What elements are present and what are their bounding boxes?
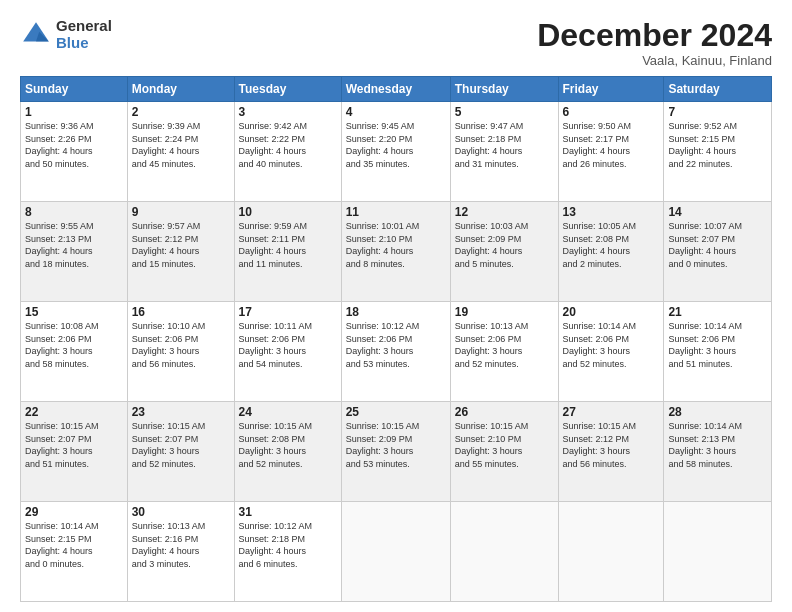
day-detail: Sunrise: 10:15 AMSunset: 2:08 PMDaylight…	[239, 420, 337, 470]
day-number: 10	[239, 205, 337, 219]
day-detail: Sunrise: 10:15 AMSunset: 2:10 PMDaylight…	[455, 420, 554, 470]
day-cell: 21Sunrise: 10:14 AMSunset: 2:06 PMDaylig…	[664, 302, 772, 402]
day-cell	[664, 502, 772, 602]
day-number: 26	[455, 405, 554, 419]
week-row-3: 15Sunrise: 10:08 AMSunset: 2:06 PMDaylig…	[21, 302, 772, 402]
week-row-1: 1Sunrise: 9:36 AMSunset: 2:26 PMDaylight…	[21, 102, 772, 202]
day-cell: 12Sunrise: 10:03 AMSunset: 2:09 PMDaylig…	[450, 202, 558, 302]
col-header-sunday: Sunday	[21, 77, 128, 102]
day-detail: Sunrise: 10:14 AMSunset: 2:06 PMDaylight…	[668, 320, 767, 370]
day-detail: Sunrise: 10:03 AMSunset: 2:09 PMDaylight…	[455, 220, 554, 270]
day-number: 17	[239, 305, 337, 319]
day-cell: 14Sunrise: 10:07 AMSunset: 2:07 PMDaylig…	[664, 202, 772, 302]
day-number: 12	[455, 205, 554, 219]
col-header-wednesday: Wednesday	[341, 77, 450, 102]
day-cell	[450, 502, 558, 602]
day-cell: 29Sunrise: 10:14 AMSunset: 2:15 PMDaylig…	[21, 502, 128, 602]
day-number: 18	[346, 305, 446, 319]
day-number: 1	[25, 105, 123, 119]
calendar-page: General Blue December 2024 Vaala, Kainuu…	[0, 0, 792, 612]
day-cell: 30Sunrise: 10:13 AMSunset: 2:16 PMDaylig…	[127, 502, 234, 602]
day-number: 5	[455, 105, 554, 119]
day-detail: Sunrise: 10:14 AMSunset: 2:13 PMDaylight…	[668, 420, 767, 470]
day-detail: Sunrise: 10:01 AMSunset: 2:10 PMDaylight…	[346, 220, 446, 270]
day-cell: 7Sunrise: 9:52 AMSunset: 2:15 PMDaylight…	[664, 102, 772, 202]
col-header-tuesday: Tuesday	[234, 77, 341, 102]
calendar-header-row: SundayMondayTuesdayWednesdayThursdayFrid…	[21, 77, 772, 102]
month-title: December 2024	[537, 18, 772, 53]
logo-text: General Blue	[56, 18, 112, 51]
day-number: 28	[668, 405, 767, 419]
day-detail: Sunrise: 10:05 AMSunset: 2:08 PMDaylight…	[563, 220, 660, 270]
day-detail: Sunrise: 10:15 AMSunset: 2:09 PMDaylight…	[346, 420, 446, 470]
day-number: 23	[132, 405, 230, 419]
day-detail: Sunrise: 10:14 AMSunset: 2:15 PMDaylight…	[25, 520, 123, 570]
week-row-2: 8Sunrise: 9:55 AMSunset: 2:13 PMDaylight…	[21, 202, 772, 302]
day-cell: 18Sunrise: 10:12 AMSunset: 2:06 PMDaylig…	[341, 302, 450, 402]
day-cell: 2Sunrise: 9:39 AMSunset: 2:24 PMDaylight…	[127, 102, 234, 202]
day-cell: 3Sunrise: 9:42 AMSunset: 2:22 PMDaylight…	[234, 102, 341, 202]
location: Vaala, Kainuu, Finland	[537, 53, 772, 68]
day-cell: 23Sunrise: 10:15 AMSunset: 2:07 PMDaylig…	[127, 402, 234, 502]
day-cell: 16Sunrise: 10:10 AMSunset: 2:06 PMDaylig…	[127, 302, 234, 402]
week-row-5: 29Sunrise: 10:14 AMSunset: 2:15 PMDaylig…	[21, 502, 772, 602]
day-cell: 10Sunrise: 9:59 AMSunset: 2:11 PMDayligh…	[234, 202, 341, 302]
col-header-saturday: Saturday	[664, 77, 772, 102]
day-cell: 6Sunrise: 9:50 AMSunset: 2:17 PMDaylight…	[558, 102, 664, 202]
day-cell: 25Sunrise: 10:15 AMSunset: 2:09 PMDaylig…	[341, 402, 450, 502]
day-number: 8	[25, 205, 123, 219]
day-detail: Sunrise: 10:12 AMSunset: 2:06 PMDaylight…	[346, 320, 446, 370]
day-number: 7	[668, 105, 767, 119]
day-detail: Sunrise: 9:55 AMSunset: 2:13 PMDaylight:…	[25, 220, 123, 270]
day-detail: Sunrise: 9:50 AMSunset: 2:17 PMDaylight:…	[563, 120, 660, 170]
day-cell: 31Sunrise: 10:12 AMSunset: 2:18 PMDaylig…	[234, 502, 341, 602]
header: General Blue December 2024 Vaala, Kainuu…	[20, 18, 772, 68]
calendar-table: SundayMondayTuesdayWednesdayThursdayFrid…	[20, 76, 772, 602]
day-cell: 24Sunrise: 10:15 AMSunset: 2:08 PMDaylig…	[234, 402, 341, 502]
day-cell: 26Sunrise: 10:15 AMSunset: 2:10 PMDaylig…	[450, 402, 558, 502]
day-detail: Sunrise: 9:52 AMSunset: 2:15 PMDaylight:…	[668, 120, 767, 170]
day-number: 3	[239, 105, 337, 119]
day-cell: 13Sunrise: 10:05 AMSunset: 2:08 PMDaylig…	[558, 202, 664, 302]
day-detail: Sunrise: 10:12 AMSunset: 2:18 PMDaylight…	[239, 520, 337, 570]
day-number: 21	[668, 305, 767, 319]
day-number: 31	[239, 505, 337, 519]
day-number: 16	[132, 305, 230, 319]
logo-general: General	[56, 18, 112, 35]
week-row-4: 22Sunrise: 10:15 AMSunset: 2:07 PMDaylig…	[21, 402, 772, 502]
day-detail: Sunrise: 10:11 AMSunset: 2:06 PMDaylight…	[239, 320, 337, 370]
col-header-friday: Friday	[558, 77, 664, 102]
day-cell: 15Sunrise: 10:08 AMSunset: 2:06 PMDaylig…	[21, 302, 128, 402]
logo-blue: Blue	[56, 35, 112, 52]
day-cell: 20Sunrise: 10:14 AMSunset: 2:06 PMDaylig…	[558, 302, 664, 402]
day-number: 19	[455, 305, 554, 319]
title-block: December 2024 Vaala, Kainuu, Finland	[537, 18, 772, 68]
day-number: 30	[132, 505, 230, 519]
day-cell: 8Sunrise: 9:55 AMSunset: 2:13 PMDaylight…	[21, 202, 128, 302]
day-detail: Sunrise: 10:07 AMSunset: 2:07 PMDaylight…	[668, 220, 767, 270]
day-number: 9	[132, 205, 230, 219]
day-number: 2	[132, 105, 230, 119]
day-detail: Sunrise: 9:57 AMSunset: 2:12 PMDaylight:…	[132, 220, 230, 270]
day-cell: 4Sunrise: 9:45 AMSunset: 2:20 PMDaylight…	[341, 102, 450, 202]
day-cell: 5Sunrise: 9:47 AMSunset: 2:18 PMDaylight…	[450, 102, 558, 202]
day-cell: 19Sunrise: 10:13 AMSunset: 2:06 PMDaylig…	[450, 302, 558, 402]
day-number: 11	[346, 205, 446, 219]
day-number: 15	[25, 305, 123, 319]
day-cell: 27Sunrise: 10:15 AMSunset: 2:12 PMDaylig…	[558, 402, 664, 502]
day-detail: Sunrise: 10:14 AMSunset: 2:06 PMDaylight…	[563, 320, 660, 370]
day-cell: 9Sunrise: 9:57 AMSunset: 2:12 PMDaylight…	[127, 202, 234, 302]
day-detail: Sunrise: 10:08 AMSunset: 2:06 PMDaylight…	[25, 320, 123, 370]
day-detail: Sunrise: 10:15 AMSunset: 2:12 PMDaylight…	[563, 420, 660, 470]
day-number: 13	[563, 205, 660, 219]
day-number: 4	[346, 105, 446, 119]
day-number: 25	[346, 405, 446, 419]
day-detail: Sunrise: 9:47 AMSunset: 2:18 PMDaylight:…	[455, 120, 554, 170]
col-header-monday: Monday	[127, 77, 234, 102]
day-cell: 11Sunrise: 10:01 AMSunset: 2:10 PMDaylig…	[341, 202, 450, 302]
day-detail: Sunrise: 10:13 AMSunset: 2:06 PMDaylight…	[455, 320, 554, 370]
day-number: 6	[563, 105, 660, 119]
day-number: 29	[25, 505, 123, 519]
logo: General Blue	[20, 18, 112, 51]
col-header-thursday: Thursday	[450, 77, 558, 102]
